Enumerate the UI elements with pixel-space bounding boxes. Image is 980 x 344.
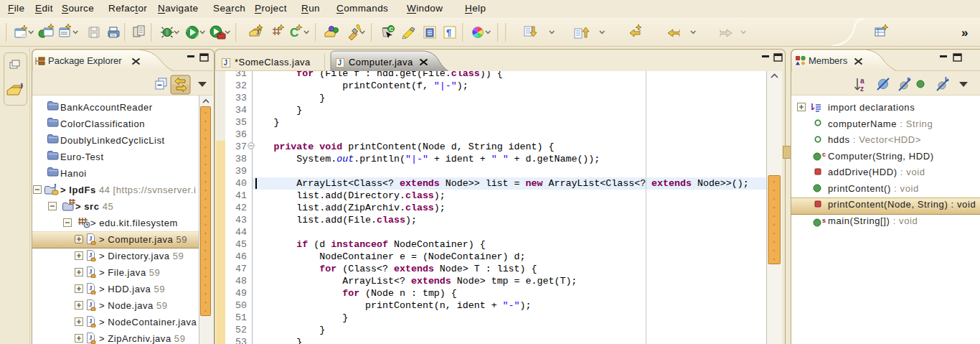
svg-text:J: J: [89, 301, 93, 308]
svg-text:J: J: [89, 317, 93, 325]
svg-text:J: J: [89, 268, 93, 275]
svg-text:J: J: [89, 251, 93, 259]
svg-text:J: J: [256, 29, 260, 36]
svg-text:c: c: [822, 151, 826, 158]
svg-text:»: »: [961, 26, 968, 39]
svg-text:¶: ¶: [446, 27, 451, 38]
svg-text:a: a: [860, 77, 864, 85]
svg-text:C: C: [390, 26, 394, 32]
svg-text:J: J: [89, 334, 93, 341]
svg-text:J: J: [89, 235, 93, 242]
svg-text:s: s: [822, 217, 826, 224]
svg-text:J: J: [89, 284, 93, 292]
svg-text:J: J: [224, 59, 228, 67]
svg-text:J: J: [338, 59, 342, 67]
svg-text:z: z: [860, 85, 864, 93]
svg-text:J: J: [53, 182, 57, 190]
